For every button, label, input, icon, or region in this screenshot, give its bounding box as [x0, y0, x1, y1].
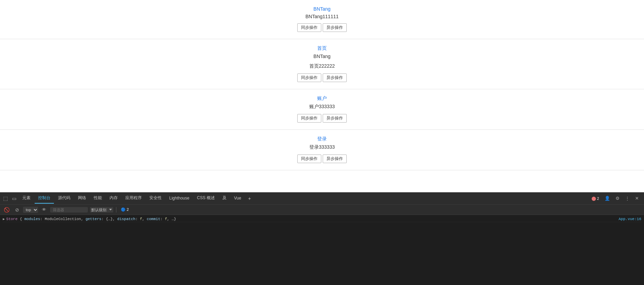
settings-icon[interactable]: ⚙	[614, 195, 621, 202]
tab-console[interactable]: 控制台	[35, 193, 54, 204]
section-homepage-subtitle1: BNTang	[313, 54, 331, 59]
inspect-icon[interactable]: ⬚	[1, 195, 10, 202]
homepage-async-btn[interactable]: 异步操作	[323, 73, 347, 82]
tab-css-overview[interactable]: CSS 概述	[194, 193, 218, 204]
account-async-btn[interactable]: 异步操作	[323, 114, 347, 123]
tab-lighthouse[interactable]: Lighthouse	[166, 194, 193, 203]
error-badge-icon[interactable]: ⬤ 2	[590, 195, 601, 202]
tab-application[interactable]: 应用程序	[122, 193, 145, 204]
section-homepage-subtitle2: 首页222222	[309, 63, 335, 69]
section-homepage: 首页 BNTang 首页222222 同步操作 异步操作	[0, 39, 644, 89]
bntang-sync-btn[interactable]: 同步操作	[297, 23, 321, 32]
console-link-1[interactable]: App.vue:16	[619, 217, 641, 221]
main-content: BNTang BNTang111111 同步操作 异步操作 首页 BNTang …	[0, 0, 644, 192]
device-icon[interactable]: ▭	[10, 195, 18, 202]
level-select[interactable]: 默认级别 详细 信息 警告 错误	[90, 207, 113, 213]
people-icon[interactable]: 👤	[603, 195, 612, 202]
section-account: 账户 账户333333 同步操作 异步操作	[0, 89, 644, 130]
section-bntang: BNTang BNTang111111 同步操作 异步操作	[0, 0, 644, 39]
section-account-title: 账户	[317, 95, 327, 102]
tab-memory[interactable]: 内存	[106, 193, 121, 204]
top-select[interactable]: top	[23, 207, 38, 213]
account-sync-btn[interactable]: 同步操作	[297, 114, 321, 123]
tab-vue[interactable]: Vue	[231, 194, 245, 203]
login-sync-btn[interactable]: 同步操作	[297, 155, 321, 163]
section-account-btn-group: 同步操作 异步操作	[297, 114, 347, 123]
devtools-panel: ⬚ ▭ 元素 控制台 源代码 网络 性能 内存 应用程序 安全性 Lightho…	[0, 192, 644, 285]
message-count-badge: 🔵 2	[119, 206, 130, 213]
homepage-sync-btn[interactable]: 同步操作	[297, 73, 321, 82]
login-async-btn[interactable]: 异步操作	[323, 155, 347, 163]
section-login-subtitle: 登录333333	[309, 144, 335, 150]
section-login: 登录 登录333333 同步操作 异步操作	[0, 130, 644, 170]
section-homepage-title: 首页	[317, 45, 327, 52]
tab-extra[interactable]: 及	[219, 193, 230, 204]
expand-arrow-icon[interactable]: ▶	[3, 217, 5, 221]
devtools-console: ▶ Store { modules: ModuleCollection, get…	[0, 215, 644, 285]
vertical-dots-icon[interactable]: ⋮	[623, 195, 631, 202]
section-bntang-btn-group: 同步操作 异步操作	[297, 23, 347, 32]
bntang-async-btn[interactable]: 异步操作	[323, 23, 347, 32]
section-bntang-subtitle: BNTang111111	[306, 14, 339, 19]
devtools-tabs-bar: ⬚ ▭ 元素 控制台 源代码 网络 性能 内存 应用程序 安全性 Lightho…	[0, 192, 644, 205]
tab-network[interactable]: 网络	[74, 193, 90, 204]
clear-console-icon[interactable]: 🚫	[2, 206, 11, 213]
section-account-subtitle: 账户333333	[309, 104, 335, 110]
tab-elements[interactable]: 元素	[19, 193, 34, 204]
section-bntang-title: BNTang	[313, 6, 331, 12]
console-row-1: ▶ Store { modules: ModuleCollection, get…	[3, 216, 641, 222]
tab-security[interactable]: 安全性	[146, 193, 165, 204]
toolbar-divider	[116, 207, 116, 213]
eye-icon[interactable]: 👁	[40, 206, 48, 213]
close-devtools-icon[interactable]: ✕	[633, 195, 641, 202]
tab-performance[interactable]: 性能	[90, 193, 105, 204]
console-text-1: Store { modules: ModuleCollection, gette…	[6, 217, 619, 221]
tab-sources[interactable]: 源代码	[55, 193, 74, 204]
devtools-toolbar: 🚫 ⊘ top 👁 默认级别 详细 信息 警告 错误 🔵 2	[0, 205, 644, 215]
devtools-right-icons: ⬤ 2 👤 ⚙ ⋮ ✕	[590, 195, 643, 202]
tab-more-icon[interactable]: +	[245, 194, 254, 203]
section-login-title: 登录	[317, 136, 327, 142]
section-homepage-btn-group: 同步操作 异步操作	[297, 73, 347, 82]
filter-icon[interactable]: ⊘	[13, 206, 21, 213]
filter-input[interactable]	[50, 207, 88, 213]
section-login-btn-group: 同步操作 异步操作	[297, 155, 347, 163]
